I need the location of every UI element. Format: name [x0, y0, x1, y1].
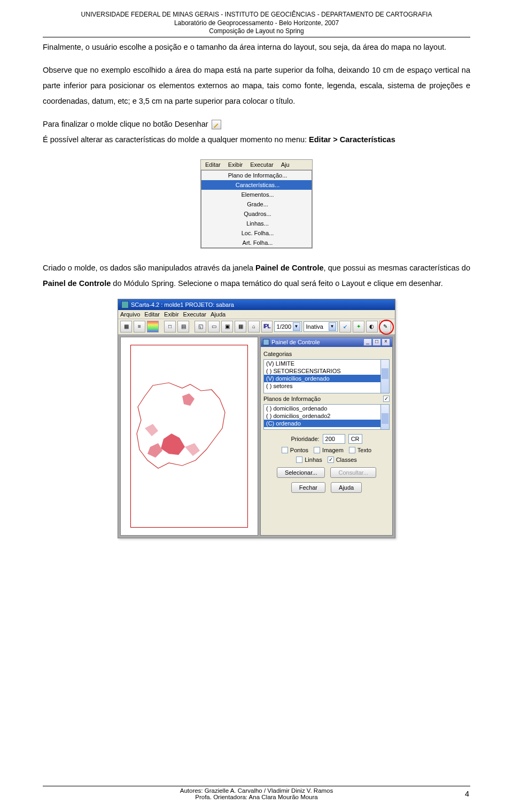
pi-checkbox[interactable]: [383, 396, 390, 402]
ajuda-button[interactable]: Ajuda: [331, 482, 362, 493]
panel-titlebar: Painel de Controle _ □ ×: [261, 337, 392, 347]
chk-texto[interactable]: [349, 447, 355, 453]
paragraph-4: Criado o molde, os dados são manipulados…: [43, 260, 470, 291]
scarta-menubar: Arquivo Editar Exibir Executar Ajuda: [118, 310, 395, 319]
categorias-list[interactable]: (V) LIMITE ( ) SETORESCENSITARIOS (V) do…: [263, 359, 390, 393]
list-item[interactable]: (V) LIMITE: [264, 360, 389, 367]
menu-item-locfolha[interactable]: Loc. Folha...: [201, 228, 312, 238]
document-page: UNIVERSIDADE FEDERAL DE MINAS GERAIS - I…: [0, 0, 513, 812]
menu-item-elementos[interactable]: Elementos...: [201, 190, 312, 199]
menu-item-artfolha[interactable]: Art. Folha...: [201, 238, 312, 248]
zoom-select[interactable]: 1/200 ▼: [274, 321, 302, 332]
scrollbar[interactable]: [380, 405, 389, 429]
scarta-body: Painel de Controle _ □ × Categorias (V) …: [118, 335, 395, 538]
pi-list[interactable]: ( ) domicilios_ordenado ( ) domicilios_o…: [263, 404, 390, 430]
paragraph-4-mid: , que possui as mesmas características d…: [324, 264, 470, 272]
list-item[interactable]: (C) ordenado: [264, 420, 389, 427]
fechar-button[interactable]: Fechar: [291, 482, 325, 493]
toolbar-btn-9[interactable]: ▦: [235, 321, 246, 332]
toolbar-btn-8[interactable]: ▣: [221, 321, 233, 332]
panel-icon: [263, 339, 269, 345]
footer-authors: Autores: Grazielle A. Carvalho / Vladimi…: [43, 787, 470, 794]
pencil-icon: [212, 120, 221, 129]
minimize-button[interactable]: _: [363, 338, 372, 346]
cursor-select[interactable]: Inativa ▼: [304, 321, 338, 332]
chk-pontos[interactable]: [282, 447, 288, 453]
header-line-1: UNIVERSIDADE FEDERAL DE MINAS GERAIS - I…: [43, 11, 470, 19]
categorias-label: Categorias: [263, 351, 390, 357]
toolbar-draw-button[interactable]: ✎: [379, 321, 391, 332]
list-item[interactable]: ( ) setores: [264, 382, 389, 390]
chk-classes[interactable]: [328, 457, 334, 463]
paragraph-3b-bold: Editar > Características: [309, 135, 395, 144]
menubar-arquivo[interactable]: Arquivo: [120, 311, 140, 318]
cr-button[interactable]: CR: [348, 434, 362, 444]
app-icon: [121, 301, 129, 308]
prioridade-input[interactable]: 200: [323, 434, 345, 444]
paragraph-4-b2: Painel de Controle: [43, 279, 111, 288]
menubar-ajuda[interactable]: Ajuda: [211, 311, 226, 318]
chk-imagem[interactable]: [314, 447, 320, 453]
toolbar-btn-7[interactable]: ▭: [208, 321, 220, 332]
list-item[interactable]: ( ) domicilios_ordenado: [264, 405, 389, 412]
scarta-title-text: SCarta-4.2 : molde1 PROJETO: sabara: [131, 301, 234, 308]
menu-item-caracteristicas[interactable]: Características...: [201, 180, 312, 190]
menubar-executar[interactable]: Executar: [183, 311, 206, 318]
menu-item-grade[interactable]: Grade...: [201, 199, 312, 209]
menu-bar-ajuda[interactable]: Aju: [279, 161, 292, 168]
list-item[interactable]: ( ) domicilios_ordenado2: [264, 412, 389, 420]
consultar-button[interactable]: Consultar...: [330, 467, 376, 478]
menu-item-plano[interactable]: Plano de Informação...: [201, 171, 312, 180]
toolbar-btn-13[interactable]: ◐: [366, 321, 378, 332]
menu-bar-executar[interactable]: Executar: [248, 161, 275, 168]
chk-linhas[interactable]: [296, 457, 302, 463]
paragraph-3a: Para finalizar o molde clique no botão D…: [43, 120, 208, 128]
zoom-value: 1/200: [277, 323, 292, 330]
panel-title-text: Painel de Controle: [271, 339, 320, 345]
toolbar-btn-12[interactable]: ✦: [353, 321, 364, 332]
paragraph-3b-pre: É possível alterar as características do…: [43, 135, 309, 144]
toolbar-btn-1[interactable]: ▦: [120, 321, 132, 332]
pi-label: Planos de Informação: [263, 396, 321, 402]
toolbar-btn-4[interactable]: □: [164, 321, 176, 332]
editar-menu-bar: Editar Exibir Executar Aju: [201, 160, 312, 170]
list-item[interactable]: (V) domicilios_ordenado: [264, 375, 389, 382]
chevron-down-icon: ▼: [329, 322, 336, 331]
map-canvas[interactable]: [120, 337, 258, 536]
scarta-titlebar: SCarta-4.2 : molde1 PROJETO: sabara: [118, 299, 395, 310]
toolbar-btn-11[interactable]: ↙: [339, 321, 351, 332]
toolbar-btn-3[interactable]: [147, 321, 159, 332]
menu-bar-exibir[interactable]: Exibir: [226, 161, 245, 168]
toolbar-btn-10[interactable]: ⌂: [248, 321, 260, 332]
menu-item-quadros[interactable]: Quadros...: [201, 209, 312, 219]
paragraph-2: Observe que no exemplo escolhido a área …: [43, 63, 470, 109]
chevron-down-icon: ▼: [293, 322, 300, 331]
menu-bar-editar[interactable]: Editar: [203, 161, 223, 168]
panel-body: Categorias (V) LIMITE ( ) SETORESCENSITA…: [261, 347, 392, 496]
header-line-3: Composição de Layout no Spring: [43, 27, 470, 36]
scrollbar[interactable]: [380, 360, 389, 393]
editar-dropdown: Plano de Informação... Características..…: [201, 170, 312, 248]
cursor-value: Inativa: [306, 323, 323, 330]
chk-linhas-label: Linhas: [305, 457, 322, 463]
prioridade-label: Prioridade:: [291, 436, 319, 442]
page-footer: Autores: Grazielle A. Carvalho / Vladimi…: [43, 786, 470, 800]
scarta-window: SCarta-4.2 : molde1 PROJETO: sabara Arqu…: [118, 299, 395, 538]
header-rule: [43, 37, 470, 37]
toolbar-btn-2[interactable]: ≡: [134, 321, 145, 332]
paragraph-4-b1: Painel de Controle: [255, 264, 323, 272]
paragraph-4-pre: Criado o molde, os dados são manipulados…: [43, 264, 255, 272]
editar-menu-screenshot: Editar Exibir Executar Aju Plano de Info…: [200, 159, 313, 249]
paragraph-4-mid2: do Módulo Spring. Selecione o mapa temát…: [111, 279, 442, 288]
maximize-button[interactable]: □: [372, 338, 381, 346]
close-button[interactable]: ×: [382, 338, 390, 346]
toolbar-btn-5[interactable]: ▤: [177, 321, 189, 332]
menubar-editar[interactable]: Editar: [144, 311, 160, 318]
selecionar-button[interactable]: Selecionar...: [277, 467, 325, 478]
footer-supervisor: Profa. Orientadora: Ana Clara Mourão Mou…: [43, 794, 470, 800]
list-item[interactable]: ( ) SETORESCENSITARIOS: [264, 367, 389, 375]
menu-item-linhas[interactable]: Linhas...: [201, 219, 312, 228]
toolbar-btn-ipl[interactable]: IPL: [261, 321, 273, 332]
menubar-exibir[interactable]: Exibir: [164, 311, 179, 318]
toolbar-btn-6[interactable]: ◱: [195, 321, 206, 332]
